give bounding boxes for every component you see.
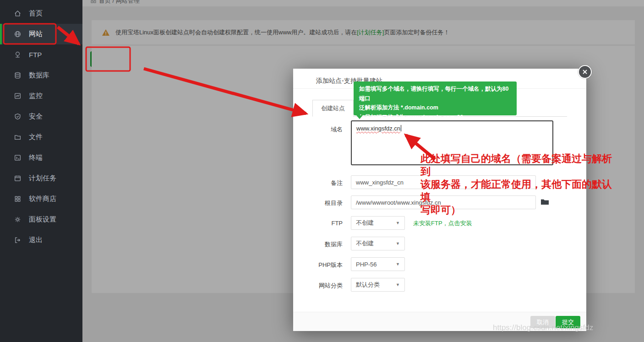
root-dir-input[interactable]: /www/wwwroot/www.xingsfdz.cn [351, 195, 536, 209]
domain-help-tooltip: 如需填写多个域名，请换行填写，每行一个域名，默认为80端口 泛解析添加方法 *.… [354, 81, 517, 115]
sidebar-item-monitor[interactable]: 监控 [0, 86, 82, 106]
caret-down-icon: ▼ [396, 282, 400, 287]
logout-icon [14, 236, 22, 244]
modal-footer: 取消 提交 [293, 312, 586, 331]
database-label: 数据库 [302, 240, 343, 249]
sidebar-item-ftp[interactable]: FTP [0, 44, 82, 65]
sidebar-item-label: 文件 [29, 133, 43, 141]
gear-icon [14, 216, 22, 223]
install-ftp-link[interactable]: 未安装FTP，点击安装 [413, 219, 472, 228]
sidebar-item-database[interactable]: 数据库 [0, 65, 82, 86]
sidebar-item-settings[interactable]: 面板设置 [0, 209, 82, 230]
text-cursor [401, 125, 401, 131]
php-version-select[interactable]: PHP-56▼ [351, 257, 405, 271]
grid-icon [14, 195, 22, 203]
home-icon [14, 10, 22, 17]
tooltip-pointer [356, 115, 363, 119]
active-indicator [0, 24, 2, 44]
sidebar-item-label: 数据库 [29, 71, 49, 80]
cancel-button[interactable]: 取消 [530, 316, 555, 328]
page: 首页 网站 FTP 数据库 监控 安全 文件 终端 [0, 0, 644, 342]
tab-create-site[interactable]: 创建站点 [312, 100, 354, 117]
caret-down-icon: ▼ [396, 241, 400, 246]
submit-button[interactable]: 提交 [556, 316, 580, 328]
sidebar-item-label: 首页 [29, 9, 43, 18]
note-label: 备注 [302, 179, 343, 187]
domain-label: 域名 [302, 125, 343, 134]
sidebar-item-label: 安全 [29, 112, 43, 121]
sidebar-item-label: 退出 [29, 236, 43, 244]
sidebar-item-label: 终端 [29, 153, 43, 162]
sidebar-item-terminal[interactable]: 终端 [0, 147, 82, 168]
site-category-select[interactable]: 默认分类▼ [351, 278, 405, 292]
sidebar-item-label: 监控 [29, 92, 43, 100]
terminal-icon [14, 154, 22, 162]
sidebar-item-appstore[interactable]: 软件商店 [0, 189, 82, 209]
close-icon [582, 69, 588, 75]
sidebar-item-label: 软件商店 [29, 195, 56, 203]
ftp-label: FTP [302, 220, 343, 227]
sidebar-item-label: 网站 [29, 30, 43, 38]
sidebar-item-logout[interactable]: 退出 [0, 230, 82, 250]
sidebar: 首页 网站 FTP 数据库 监控 安全 文件 终端 [0, 0, 82, 342]
sidebar-item-security[interactable]: 安全 [0, 106, 82, 127]
database-select[interactable]: 不创建▼ [351, 237, 405, 250]
browse-folder-icon[interactable] [540, 198, 549, 206]
caret-down-icon: ▼ [396, 262, 400, 266]
site-category-label: 网站分类 [302, 282, 343, 290]
database-icon [14, 71, 22, 79]
note-input[interactable]: www_xingsfdz_cn [351, 175, 536, 189]
sidebar-item-label: 面板设置 [29, 215, 56, 224]
php-version-label: PHP版本 [302, 261, 343, 269]
calendar-icon [14, 174, 22, 182]
monitor-chart-icon [14, 92, 22, 100]
add-site-modal: 添加站点-支持批量建站 创建站点 如需填写多个域名，请换行填写，每行一个域名，默… [293, 69, 586, 331]
domain-textarea[interactable]: www.xingsfdz.cn [351, 120, 553, 165]
sidebar-item-files[interactable]: 文件 [0, 127, 82, 147]
ftp-select[interactable]: 不创建▼ [351, 216, 405, 230]
sidebar-item-label: 计划任务 [29, 174, 56, 183]
globe-icon [14, 30, 22, 38]
modal-close-button[interactable] [578, 65, 592, 79]
ftp-icon [14, 51, 22, 59]
folder-icon [14, 133, 22, 141]
shield-icon [14, 113, 22, 120]
sidebar-item-website[interactable]: 网站 [0, 24, 82, 44]
sidebar-item-home[interactable]: 首页 [0, 3, 82, 24]
caret-down-icon: ▼ [396, 221, 400, 225]
sidebar-item-label: FTP [29, 51, 42, 59]
sidebar-item-cron[interactable]: 计划任务 [0, 168, 82, 189]
root-dir-label: 根目录 [302, 199, 343, 207]
